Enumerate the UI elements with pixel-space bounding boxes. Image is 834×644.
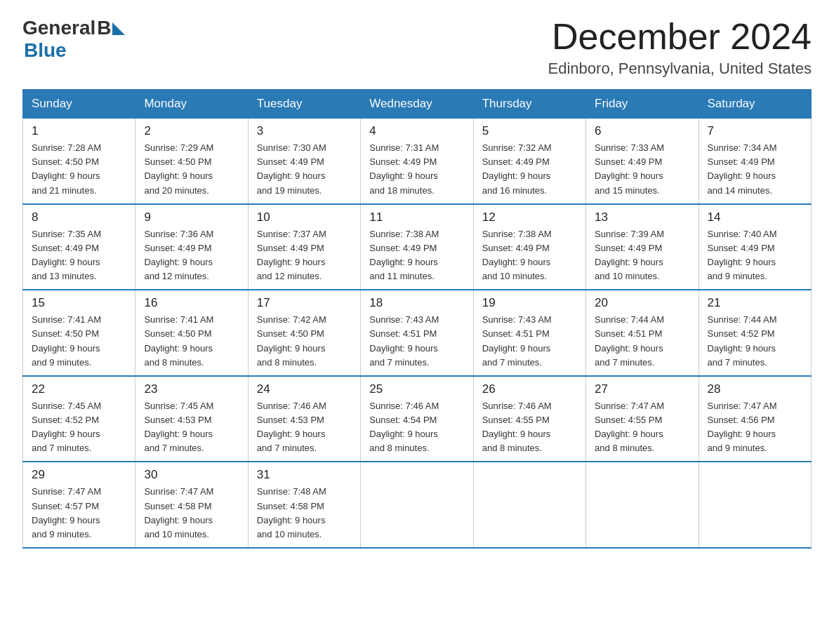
day-number: 18 [369,296,464,310]
day-number: 26 [482,382,577,396]
day-number: 5 [482,124,577,138]
calendar-cell [699,462,811,548]
calendar-header-sunday: Sunday [23,90,135,119]
logo-b-text: B [97,17,111,39]
calendar-cell: 4Sunrise: 7:31 AMSunset: 4:49 PMDaylight… [361,119,473,204]
day-number: 8 [32,210,126,224]
day-info: Sunrise: 7:40 AMSunset: 4:49 PMDaylight:… [708,227,802,284]
calendar-cell: 28Sunrise: 7:47 AMSunset: 4:56 PMDayligh… [699,376,811,462]
calendar-cell: 2Sunrise: 7:29 AMSunset: 4:50 PMDaylight… [135,119,248,204]
title-block: December 2024 Edinboro, Pennsylvania, Un… [548,17,812,78]
subtitle: Edinboro, Pennsylvania, United States [548,60,812,78]
day-number: 15 [32,296,126,310]
day-number: 13 [595,210,689,224]
day-number: 2 [144,124,239,138]
day-info: Sunrise: 7:44 AMSunset: 4:51 PMDaylight:… [595,313,689,370]
day-number: 17 [257,296,352,310]
day-info: Sunrise: 7:41 AMSunset: 4:50 PMDaylight:… [32,313,126,370]
calendar-week-row: 22Sunrise: 7:45 AMSunset: 4:52 PMDayligh… [23,376,812,462]
calendar-cell: 27Sunrise: 7:47 AMSunset: 4:55 PMDayligh… [586,376,699,462]
day-number: 9 [144,210,239,224]
page-title: December 2024 [548,17,812,57]
day-number: 12 [482,210,577,224]
calendar-week-row: 29Sunrise: 7:47 AMSunset: 4:57 PMDayligh… [23,462,812,548]
calendar-cell: 18Sunrise: 7:43 AMSunset: 4:51 PMDayligh… [361,290,473,376]
day-number: 29 [32,468,126,482]
day-info: Sunrise: 7:46 AMSunset: 4:53 PMDaylight:… [257,399,352,456]
day-info: Sunrise: 7:29 AMSunset: 4:50 PMDaylight:… [144,141,239,198]
logo-general-text: General [22,17,95,39]
calendar-cell: 1Sunrise: 7:28 AMSunset: 4:50 PMDaylight… [23,119,135,204]
day-number: 11 [369,210,464,224]
calendar-cell: 3Sunrise: 7:30 AMSunset: 4:49 PMDaylight… [248,119,360,204]
day-number: 1 [32,124,126,138]
day-number: 28 [708,382,802,396]
calendar-cell: 14Sunrise: 7:40 AMSunset: 4:49 PMDayligh… [699,204,811,290]
calendar-header-tuesday: Tuesday [248,90,360,119]
calendar-cell: 5Sunrise: 7:32 AMSunset: 4:49 PMDaylight… [473,119,585,204]
day-number: 19 [482,296,577,310]
calendar-week-row: 8Sunrise: 7:35 AMSunset: 4:49 PMDaylight… [23,204,812,290]
calendar-table: SundayMondayTuesdayWednesdayThursdayFrid… [22,89,812,549]
day-number: 10 [257,210,352,224]
day-info: Sunrise: 7:32 AMSunset: 4:49 PMDaylight:… [482,141,577,198]
day-number: 4 [369,124,464,138]
day-info: Sunrise: 7:41 AMSunset: 4:50 PMDaylight:… [144,313,239,370]
day-number: 20 [595,296,689,310]
calendar-header-monday: Monday [135,90,248,119]
calendar-cell: 22Sunrise: 7:45 AMSunset: 4:52 PMDayligh… [23,376,135,462]
day-number: 31 [257,468,352,482]
calendar-cell [361,462,473,548]
day-info: Sunrise: 7:45 AMSunset: 4:52 PMDaylight:… [32,399,126,456]
day-info: Sunrise: 7:31 AMSunset: 4:49 PMDaylight:… [369,141,464,198]
day-number: 14 [708,210,802,224]
logo: General B Blue [22,17,125,62]
day-info: Sunrise: 7:28 AMSunset: 4:50 PMDaylight:… [32,141,126,198]
calendar-cell: 12Sunrise: 7:38 AMSunset: 4:49 PMDayligh… [473,204,585,290]
calendar-cell: 8Sunrise: 7:35 AMSunset: 4:49 PMDaylight… [23,204,135,290]
day-info: Sunrise: 7:46 AMSunset: 4:54 PMDaylight:… [369,399,464,456]
calendar-cell: 19Sunrise: 7:43 AMSunset: 4:51 PMDayligh… [473,290,585,376]
calendar-cell: 20Sunrise: 7:44 AMSunset: 4:51 PMDayligh… [586,290,699,376]
logo-blue-text: Blue [24,39,67,62]
day-info: Sunrise: 7:37 AMSunset: 4:49 PMDaylight:… [257,227,352,284]
day-number: 6 [595,124,689,138]
logo-arrow-icon [112,22,125,35]
calendar-cell: 17Sunrise: 7:42 AMSunset: 4:50 PMDayligh… [248,290,360,376]
day-info: Sunrise: 7:30 AMSunset: 4:49 PMDaylight:… [257,141,352,198]
day-info: Sunrise: 7:39 AMSunset: 4:49 PMDaylight:… [595,227,689,284]
calendar-cell: 15Sunrise: 7:41 AMSunset: 4:50 PMDayligh… [23,290,135,376]
day-number: 16 [144,296,239,310]
day-info: Sunrise: 7:47 AMSunset: 4:57 PMDaylight:… [32,485,126,542]
day-info: Sunrise: 7:44 AMSunset: 4:52 PMDaylight:… [708,313,802,370]
calendar-cell: 6Sunrise: 7:33 AMSunset: 4:49 PMDaylight… [586,119,699,204]
day-info: Sunrise: 7:46 AMSunset: 4:55 PMDaylight:… [482,399,577,456]
calendar-cell: 11Sunrise: 7:38 AMSunset: 4:49 PMDayligh… [361,204,473,290]
day-info: Sunrise: 7:33 AMSunset: 4:49 PMDaylight:… [595,141,689,198]
day-info: Sunrise: 7:38 AMSunset: 4:49 PMDaylight:… [369,227,464,284]
calendar-cell: 16Sunrise: 7:41 AMSunset: 4:50 PMDayligh… [135,290,248,376]
day-number: 24 [257,382,352,396]
calendar-cell: 24Sunrise: 7:46 AMSunset: 4:53 PMDayligh… [248,376,360,462]
calendar-cell: 21Sunrise: 7:44 AMSunset: 4:52 PMDayligh… [699,290,811,376]
day-info: Sunrise: 7:36 AMSunset: 4:49 PMDaylight:… [144,227,239,284]
day-number: 23 [144,382,239,396]
calendar-cell [473,462,585,548]
calendar-header-row: SundayMondayTuesdayWednesdayThursdayFrid… [23,90,812,119]
page-header: General B Blue December 2024 Edinboro, P… [22,17,812,78]
day-info: Sunrise: 7:47 AMSunset: 4:58 PMDaylight:… [144,485,239,542]
day-info: Sunrise: 7:43 AMSunset: 4:51 PMDaylight:… [482,313,577,370]
calendar-cell: 29Sunrise: 7:47 AMSunset: 4:57 PMDayligh… [23,462,135,548]
calendar-cell: 26Sunrise: 7:46 AMSunset: 4:55 PMDayligh… [473,376,585,462]
calendar-cell: 10Sunrise: 7:37 AMSunset: 4:49 PMDayligh… [248,204,360,290]
day-info: Sunrise: 7:34 AMSunset: 4:49 PMDaylight:… [708,141,802,198]
calendar-week-row: 15Sunrise: 7:41 AMSunset: 4:50 PMDayligh… [23,290,812,376]
calendar-cell: 31Sunrise: 7:48 AMSunset: 4:58 PMDayligh… [248,462,360,548]
day-number: 7 [708,124,802,138]
day-info: Sunrise: 7:38 AMSunset: 4:49 PMDaylight:… [482,227,577,284]
day-number: 27 [595,382,689,396]
calendar-cell: 13Sunrise: 7:39 AMSunset: 4:49 PMDayligh… [586,204,699,290]
calendar-cell: 25Sunrise: 7:46 AMSunset: 4:54 PMDayligh… [361,376,473,462]
day-info: Sunrise: 7:42 AMSunset: 4:50 PMDaylight:… [257,313,352,370]
day-info: Sunrise: 7:35 AMSunset: 4:49 PMDaylight:… [32,227,126,284]
